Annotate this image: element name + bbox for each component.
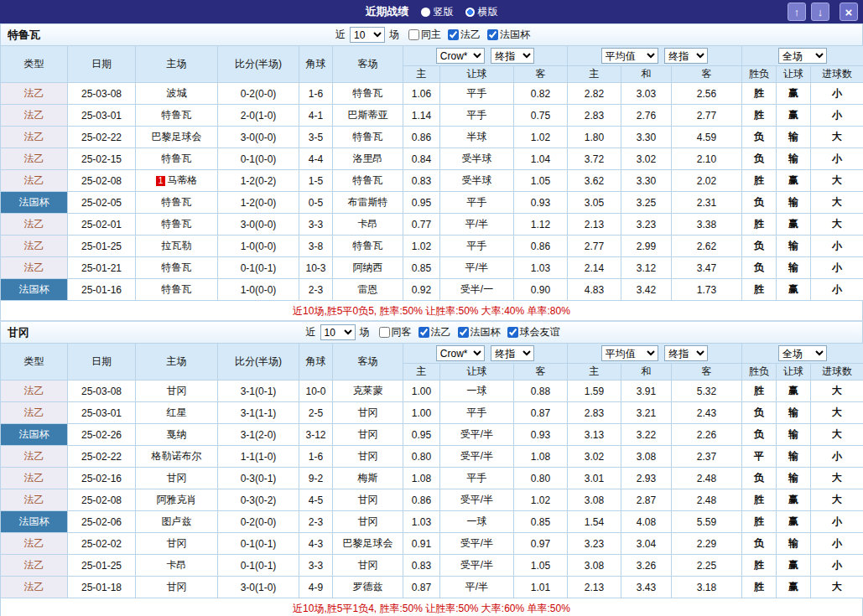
checkbox-input[interactable] xyxy=(419,327,429,338)
filter-checkbox[interactable]: 同主 xyxy=(408,28,441,42)
col-header-type: 类型 xyxy=(1,46,68,83)
goals-result-cell: 大 xyxy=(811,127,863,148)
date-cell: 25-01-25 xyxy=(68,236,136,257)
score-cell: 1-0(0-0) xyxy=(218,279,299,301)
euro-away-odds: 2.62 xyxy=(672,236,742,257)
checkbox-input[interactable] xyxy=(379,327,390,338)
handicap-result-cell: 输 xyxy=(777,424,811,446)
corners-cell: 4-5 xyxy=(299,489,333,511)
home-team-cell: 特鲁瓦 xyxy=(136,279,218,301)
filter-checkbox-group: 同客法乙法国杯球会友谊 xyxy=(372,325,560,340)
result-cell: 负 xyxy=(742,424,777,446)
filter-checkbox[interactable]: 同客 xyxy=(379,325,412,339)
asian-odds-header: Crow* 终指 xyxy=(403,46,568,66)
score-cell: 2-0(1-0) xyxy=(218,105,299,127)
checkbox-input[interactable] xyxy=(507,327,518,338)
euro-home-odds: 3.02 xyxy=(568,446,621,468)
euro-away-odds: 2.25 xyxy=(672,555,742,577)
filter-checkbox[interactable]: 法乙 xyxy=(448,28,481,42)
sub-header-home-odds: 主 xyxy=(403,66,440,83)
match-row: 法乙25-03-01特鲁瓦2-0(1-0)4-1巴斯蒂亚1.14平手0.752.… xyxy=(1,105,863,127)
corners-cell: 10-3 xyxy=(299,257,333,279)
asian-away-odds: 0.80 xyxy=(514,468,568,489)
asian-odds-time-select[interactable]: 终指 xyxy=(491,48,534,64)
corners-cell: 4-9 xyxy=(299,577,333,598)
filter-checkbox[interactable]: 球会友谊 xyxy=(507,325,560,339)
goals-result-cell: 大 xyxy=(811,489,863,511)
euro-odds-time-select[interactable]: 终指 xyxy=(664,345,708,361)
team-name: 甘冈 xyxy=(1,325,29,340)
result-cell: 负 xyxy=(742,533,777,555)
match-count-select[interactable]: 10 xyxy=(320,324,356,340)
checkbox-input[interactable] xyxy=(408,29,419,40)
result-cell: 胜 xyxy=(742,83,777,105)
euro-draw-odds: 4.08 xyxy=(621,511,672,533)
goals-result-cell: 小 xyxy=(811,105,863,127)
euro-home-odds: 2.14 xyxy=(568,257,621,279)
euro-odds-header: 平均值 终指 xyxy=(568,46,742,66)
euro-away-odds: 2.37 xyxy=(672,446,742,468)
home-team-cell: 1马蒂格 xyxy=(136,170,218,192)
score-cell: 0-1(0-1) xyxy=(218,555,299,577)
asian-odds-time-select[interactable]: 终指 xyxy=(491,345,534,361)
goals-result-cell: 小 xyxy=(811,83,863,105)
match-count-select[interactable]: 10 xyxy=(350,27,385,43)
asian-away-odds: 1.05 xyxy=(514,170,568,192)
match-row: 法乙25-01-25拉瓦勒1-0(0-0)3-8特鲁瓦1.02平手0.862.7… xyxy=(1,236,863,257)
handicap-result-cell: 赢 xyxy=(777,511,811,533)
match-row: 法乙25-02-02甘冈0-1(0-1)4-3巴黎足球会0.91受平/半0.97… xyxy=(1,533,863,555)
date-cell: 25-02-26 xyxy=(68,424,136,446)
home-team-cell: 特鲁瓦 xyxy=(136,105,218,127)
scope-select[interactable]: 全场 xyxy=(778,345,827,361)
filter-checkbox[interactable]: 法乙 xyxy=(419,325,451,339)
handicap-result-cell: 赢 xyxy=(777,170,811,192)
away-team-cell: 甘冈 xyxy=(333,555,403,577)
corners-cell: 10-0 xyxy=(299,380,333,402)
filter-checkbox[interactable]: 法国杯 xyxy=(487,28,530,42)
sub-header-euro-home: 主 xyxy=(568,66,621,83)
home-team-cell: 特鲁瓦 xyxy=(136,257,218,279)
score-cell: 0-1(0-1) xyxy=(218,533,299,555)
layout-radio-option[interactable]: 横版 xyxy=(465,5,498,19)
handicap-result-cell: 输 xyxy=(777,533,811,555)
away-team-cell: 特鲁瓦 xyxy=(333,83,403,105)
scroll-up-button[interactable]: ↑ xyxy=(788,3,806,21)
checkbox-input[interactable] xyxy=(487,29,498,40)
sub-header-euro-draw: 和 xyxy=(621,364,672,380)
home-team-cell: 特鲁瓦 xyxy=(136,148,218,170)
home-team-cell: 戛纳 xyxy=(136,424,218,446)
euro-odds-time-select[interactable]: 终指 xyxy=(664,48,708,64)
away-team-cell: 克莱蒙 xyxy=(333,380,403,402)
bookmaker-select[interactable]: Crow* xyxy=(436,48,485,64)
checkbox-input[interactable] xyxy=(448,29,459,40)
result-cell: 负 xyxy=(742,192,777,214)
checkbox-input[interactable] xyxy=(458,327,469,338)
results-table: 类型 日期 主场 比分(半场) 角球 客场 Crow* 终指 平均值 终指 xyxy=(0,45,863,301)
euro-draw-odds: 3.25 xyxy=(621,192,672,214)
euro-average-select[interactable]: 平均值 xyxy=(601,48,658,64)
filter-checkbox[interactable]: 法国杯 xyxy=(458,325,501,339)
handicap-result-cell: 赢 xyxy=(777,555,811,577)
radio-label: 竖版 xyxy=(434,5,454,19)
euro-home-odds: 2.82 xyxy=(568,83,621,105)
col-header-date: 日期 xyxy=(68,344,136,380)
layout-radio-option[interactable]: 竖版 xyxy=(421,5,454,19)
result-cell: 胜 xyxy=(742,555,777,577)
sub-header-away-odds: 客 xyxy=(514,66,568,83)
league-cell: 法乙 xyxy=(1,127,68,148)
asian-home-odds: 0.92 xyxy=(403,279,440,301)
scope-select[interactable]: 全场 xyxy=(778,48,827,64)
home-team-cell: 甘冈 xyxy=(136,577,218,598)
euro-average-select[interactable]: 平均值 xyxy=(601,345,658,361)
corners-cell: 3-5 xyxy=(299,127,333,148)
handicap-result-cell: 输 xyxy=(777,127,811,148)
date-cell: 25-03-08 xyxy=(68,380,136,402)
corners-cell: 3-8 xyxy=(299,236,333,257)
euro-home-odds: 3.72 xyxy=(568,148,621,170)
team-section-header: 特鲁瓦 近 10 场 同主法乙法国杯 xyxy=(0,23,863,45)
home-team-cell: 图卢兹 xyxy=(136,511,218,533)
bookmaker-select[interactable]: Crow* xyxy=(436,345,485,361)
filter-prefix-label: 近 xyxy=(335,28,346,42)
close-button[interactable]: × xyxy=(840,3,858,21)
scroll-down-button[interactable]: ↓ xyxy=(811,3,829,21)
